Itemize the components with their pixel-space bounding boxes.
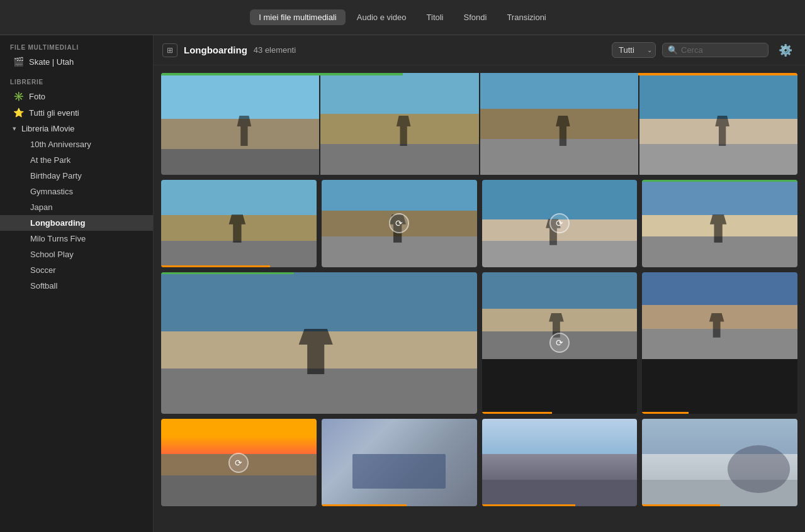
chevron-down-icon: ▾ (13, 125, 16, 133)
sidebar-item-photos[interactable]: ✳️ Foto (0, 88, 153, 104)
media-cell-12[interactable] (642, 419, 797, 506)
sidebar-item-birthday-party[interactable]: Birthday Party (0, 168, 153, 184)
sidebar-item-soccer[interactable]: Soccer (0, 262, 153, 278)
sidebar-item-japan[interactable]: Japan (0, 199, 153, 215)
media-cell-wide-1[interactable] (161, 73, 797, 175)
sidebar-item-label-10th-anniversary: 10th Anniversary (30, 140, 91, 149)
sidebar-item-milo-turns-five[interactable]: Milo Turns Five (0, 231, 153, 247)
sidebar-item-label-soccer: Soccer (30, 265, 55, 275)
film-icon: 🎬 (13, 57, 24, 67)
sidebar-item-label-japan: Japan (30, 202, 52, 212)
photos-icon: ✳️ (13, 91, 24, 101)
sidebar-item-imovie-library[interactable]: ▾ Libreria iMovie (0, 121, 153, 136)
media-cell-3[interactable]: ⟳ (322, 180, 477, 267)
toolbar-my-media-button[interactable]: I miei file multimediali (250, 9, 346, 25)
clip-loading-icon-2: ⟳ (549, 213, 570, 233)
sidebar-item-label-birthday-party: Birthday Party (30, 171, 82, 180)
imovie-library-label: Libreria iMovie (21, 124, 75, 133)
clip-loading-icon-4: ⟳ (228, 453, 249, 473)
sidebar: FILE MULTIMEDIALI 🎬 Skate | Utah LIBRERI… (0, 35, 154, 532)
toolbar-backgrounds-button[interactable]: Sfondi (455, 9, 496, 25)
content-count: 43 elementi (254, 45, 296, 55)
search-icon: 🔍 (668, 45, 678, 55)
all-events-label: Tutti gli eventi (29, 108, 79, 118)
project-name-label: Skate | Utah (29, 57, 74, 67)
sidebar-toggle-button[interactable]: ⊞ (162, 43, 177, 57)
filter-select[interactable]: Tutti Video Foto (612, 42, 656, 58)
media-cell-7[interactable]: ⟳ (482, 272, 638, 414)
sidebar-item-longboarding[interactable]: Longboarding (0, 215, 153, 231)
clip-loading-icon: ⟳ (389, 213, 409, 233)
media-cell-4[interactable]: ⟳ (482, 180, 638, 267)
sidebar-item-gymnastics[interactable]: Gymnastics (0, 184, 153, 199)
toolbar: I miei file multimediali Audio e video T… (0, 0, 805, 35)
sidebar-item-label-longboarding: Longboarding (30, 218, 85, 228)
toolbar-audio-video-button[interactable]: Audio e video (348, 9, 415, 25)
content-title: Longboarding (184, 45, 247, 55)
section-label-libraries: LIBRERIE (0, 70, 153, 88)
sidebar-item-label-softball: Softball (30, 281, 57, 291)
star-icon: ⭐ (13, 108, 24, 118)
media-cell-2[interactable] (161, 180, 317, 267)
toolbar-titles-button[interactable]: Titoli (418, 9, 453, 25)
sidebar-item-school-play[interactable]: School Play (0, 247, 153, 262)
media-cell-6[interactable] (161, 272, 477, 414)
photos-label: Foto (29, 92, 45, 101)
library-items-list: 10th AnniversaryAt the ParkBirthday Part… (0, 136, 153, 294)
media-cell-10[interactable] (322, 419, 477, 506)
sidebar-item-at-the-park[interactable]: At the Park (0, 152, 153, 168)
content-area: ⊞ Longboarding 43 elementi Tutti Video F… (154, 35, 805, 532)
sidebar-item-label-at-the-park: At the Park (30, 155, 70, 165)
sidebar-item-10th-anniversary[interactable]: 10th Anniversary (0, 136, 153, 152)
clip-loading-icon-3: ⟳ (549, 333, 570, 353)
section-label-media: FILE MULTIMEDIALI (0, 35, 153, 53)
media-cell-8[interactable] (642, 272, 797, 414)
settings-button[interactable]: ⚙️ (775, 42, 796, 58)
media-cell-9[interactable]: ⟳ (161, 419, 317, 506)
sidebar-item-all-events[interactable]: ⭐ Tutti gli eventi (0, 104, 153, 121)
content-header: ⊞ Longboarding 43 elementi Tutti Video F… (154, 35, 805, 65)
sidebar-item-label-milo-turns-five: Milo Turns Five (30, 234, 86, 243)
main-container: FILE MULTIMEDIALI 🎬 Skate | Utah LIBRERI… (0, 35, 805, 532)
media-cell-5[interactable] (642, 180, 797, 267)
search-input[interactable] (681, 45, 763, 55)
sidebar-item-label-gymnastics: Gymnastics (30, 187, 73, 196)
search-wrapper: 🔍 (662, 43, 768, 57)
media-cell-11[interactable] (482, 419, 638, 506)
sidebar-item-softball[interactable]: Softball (0, 278, 153, 294)
media-grid: ⟳ ⟳ (154, 65, 805, 532)
filter-wrapper: Tutti Video Foto ⌄ (612, 42, 656, 58)
sidebar-item-project[interactable]: 🎬 Skate | Utah (0, 53, 153, 70)
toolbar-transitions-button[interactable]: Transizioni (498, 9, 554, 25)
sidebar-item-label-school-play: School Play (30, 250, 74, 259)
